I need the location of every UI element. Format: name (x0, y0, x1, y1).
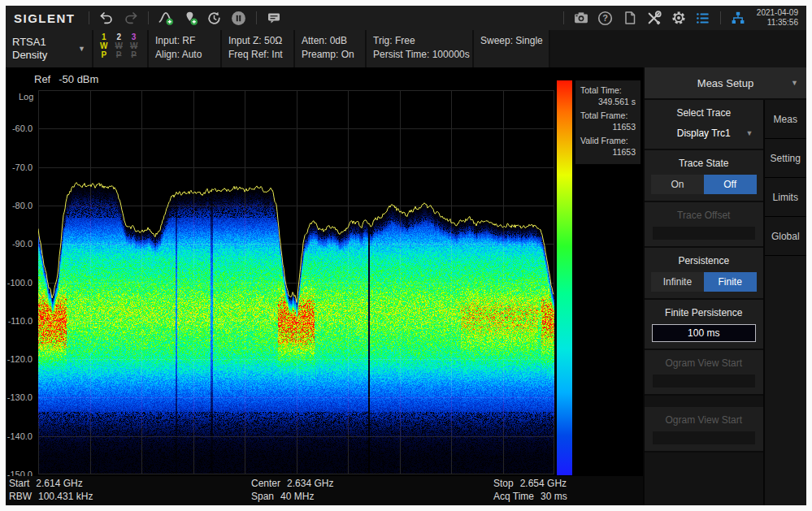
add-trace-button[interactable] (154, 7, 178, 28)
trace-state-toggle: On Off (651, 175, 757, 194)
stop-acq-readout: Stop2.654 GHz Acq Time30 ms (493, 477, 567, 503)
trace-offset-field (653, 227, 755, 240)
panel-tab-strip: Meas Setting Limits Global (763, 100, 806, 505)
start-rbw-readout: Start2.614 GHz RBW100.431 kHz (9, 477, 93, 503)
finite-persistence-field[interactable]: 100 ms (652, 324, 756, 342)
toolbar-right-group: ? (558, 7, 798, 28)
sweep-status: Sweep: Single (474, 30, 549, 67)
acquisition-info: Total Time: 349.561 s Total Frame: 11653… (575, 80, 640, 164)
density-colorbar (557, 80, 572, 475)
file-icon (622, 10, 638, 26)
ref-label: Ref (34, 73, 50, 85)
top-toolbar: SIGLENT (6, 6, 806, 30)
replay-icon (206, 10, 223, 27)
panel-filler (645, 453, 763, 505)
network-icon (730, 10, 746, 26)
toolbar-separator (148, 11, 149, 24)
panel-controls: Select Trace Display Trc1 ▼ Trace State … (645, 100, 763, 505)
replay-button[interactable] (202, 7, 227, 28)
ref-value: -50 dBm (59, 73, 98, 85)
toolbar-separator (89, 11, 89, 24)
ogram-view-start-field-2 (653, 431, 755, 444)
mode-title: RTSA1 (12, 36, 47, 49)
select-trace-dropdown[interactable]: Display Trc1 ▼ (651, 124, 757, 142)
screenshot-button[interactable] (569, 7, 593, 28)
add-trace-icon (157, 9, 175, 27)
tab-global[interactable]: Global (765, 217, 806, 256)
settings-button[interactable] (667, 7, 691, 28)
ogram-view-start-label-2: Ogram View Start (645, 407, 763, 431)
select-trace-group: Select Trace Display Trc1 ▼ (645, 100, 763, 150)
total-time-value: 349.561 s (580, 96, 636, 107)
total-frame-value: 11653 (580, 121, 636, 132)
persistence-group: Persistence Infinite Finite (645, 248, 763, 300)
center-span-readout: Center2.634 GHz Span40 MHz (251, 477, 333, 503)
pause-button[interactable] (227, 7, 251, 28)
trace3-indicator: 3WP (130, 32, 137, 63)
ogram-view-start-label-1: Ogram View Start (645, 350, 763, 375)
atten-status: Atten: 0dBPreamp: On (295, 30, 365, 67)
network-button[interactable] (726, 7, 750, 28)
trigger-status: Trig: FreePersist Time: 100000s (367, 30, 472, 67)
camera-icon (572, 9, 590, 27)
status-bar-filler (550, 30, 806, 67)
redo-icon (123, 10, 139, 26)
undo-icon (98, 10, 115, 26)
toolbar-separator (563, 11, 564, 24)
persistence-toggle: Infinite Finite (651, 272, 757, 292)
persistence-infinite-button[interactable]: Infinite (651, 272, 704, 292)
input-status: Input: RFAlign: Auto (149, 30, 220, 67)
ogram-view-start-group-1: Ogram View Start (645, 350, 763, 396)
help-icon: ? (597, 10, 614, 27)
tools-button[interactable] (642, 7, 667, 28)
help-button[interactable]: ? (593, 7, 618, 28)
mode-selector[interactable]: RTSA1 Density ▼ (6, 30, 92, 67)
undo-button[interactable] (94, 7, 119, 28)
select-trace-label: Select Trace (645, 100, 763, 124)
trace-state-off-button[interactable]: Off (704, 175, 757, 194)
tab-limits[interactable]: Limits (765, 178, 806, 217)
valid-frame-value: 11653 (580, 146, 636, 158)
screenshot-frame: SIGLENT (0, 0, 812, 511)
chevron-down-icon: ▼ (791, 79, 798, 87)
select-trace-value: Display Trc1 (677, 128, 731, 139)
trace1-indicator: 1WP (100, 32, 107, 63)
chevron-down-icon: ▼ (78, 45, 85, 53)
persistence-finite-button[interactable]: Finite (704, 272, 757, 292)
tab-setting[interactable]: Setting (765, 139, 806, 178)
annotation-button[interactable] (262, 7, 286, 28)
panel-title: Meas Setup (697, 77, 753, 89)
menu-list-icon (694, 10, 711, 27)
trace-state-on-button[interactable]: On (651, 175, 704, 194)
gear-icon (670, 9, 688, 27)
add-marker-button[interactable] (178, 7, 202, 28)
datetime-display: 2021-04-09 11:35:56 (757, 8, 798, 28)
tab-strip-filler (765, 256, 806, 505)
density-plot[interactable] (38, 90, 554, 474)
tools-icon (645, 10, 662, 27)
menu-list-button[interactable] (691, 7, 715, 28)
meas-setup-panel: Meas Setup ▼ Select Trace Display Trc1 ▼… (643, 67, 806, 505)
analyzer-screen: SIGLENT (6, 6, 806, 505)
frequency-readout: Start2.614 GHz RBW100.431 kHz Center2.63… (6, 476, 643, 505)
main-area: Ref-50 dBm Log -60.0 -70.0 -80.0 -90.0 -… (6, 67, 806, 505)
toolbar-separator (256, 11, 257, 24)
date-text: 2021-04-09 (757, 8, 798, 18)
ogram-view-start-field-1 (653, 375, 755, 388)
tab-meas[interactable]: Meas (765, 100, 806, 139)
svg-text:?: ? (602, 13, 608, 23)
panel-body: Select Trace Display Trc1 ▼ Trace State … (645, 100, 806, 505)
y-axis-ticks: -60.0 -70.0 -80.0 -90.0 -100.0 -110.0 -1… (6, 90, 35, 474)
siglent-logo: SIGLENT (14, 11, 76, 25)
time-text: 11:35:56 (757, 18, 798, 28)
spectrum-display: Ref-50 dBm Log -60.0 -70.0 -80.0 -90.0 -… (6, 67, 643, 505)
redo-button[interactable] (119, 7, 143, 28)
trace-offset-label: Trace Offset (645, 202, 763, 227)
trace-offset-group: Trace Offset (645, 202, 763, 248)
toolbar-separator (720, 11, 721, 24)
trace-indicators[interactable]: 1WP 2WP 3WP (93, 30, 147, 67)
file-button[interactable] (618, 7, 642, 28)
persistence-label: Persistence (645, 248, 763, 272)
panel-header-dropdown[interactable]: Meas Setup ▼ (645, 67, 806, 100)
annotation-icon (266, 10, 282, 26)
